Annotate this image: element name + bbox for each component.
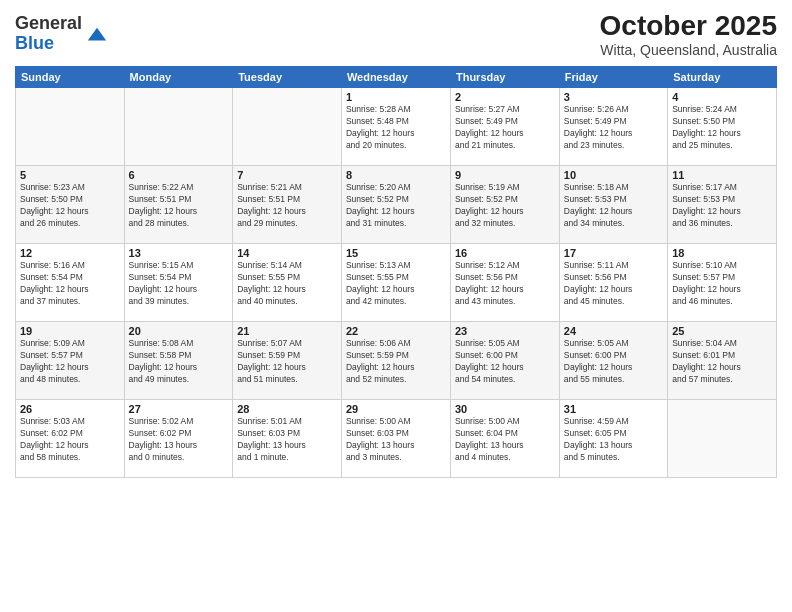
day-number: 23 <box>455 325 555 337</box>
day-info: Sunrise: 5:11 AM Sunset: 5:56 PM Dayligh… <box>564 260 663 308</box>
calendar-cell: 7Sunrise: 5:21 AM Sunset: 5:51 PM Daylig… <box>233 166 342 244</box>
day-info: Sunrise: 5:03 AM Sunset: 6:02 PM Dayligh… <box>20 416 120 464</box>
calendar-cell: 24Sunrise: 5:05 AM Sunset: 6:00 PM Dayli… <box>559 322 667 400</box>
day-info: Sunrise: 5:05 AM Sunset: 6:00 PM Dayligh… <box>455 338 555 386</box>
day-number: 27 <box>129 403 229 415</box>
calendar-cell <box>124 88 233 166</box>
calendar-cell: 9Sunrise: 5:19 AM Sunset: 5:52 PM Daylig… <box>450 166 559 244</box>
day-info: Sunrise: 5:15 AM Sunset: 5:54 PM Dayligh… <box>129 260 229 308</box>
calendar-cell: 27Sunrise: 5:02 AM Sunset: 6:02 PM Dayli… <box>124 400 233 478</box>
calendar-cell: 29Sunrise: 5:00 AM Sunset: 6:03 PM Dayli… <box>341 400 450 478</box>
weekday-header: Monday <box>124 67 233 88</box>
day-number: 20 <box>129 325 229 337</box>
calendar-cell: 2Sunrise: 5:27 AM Sunset: 5:49 PM Daylig… <box>450 88 559 166</box>
day-info: Sunrise: 5:08 AM Sunset: 5:58 PM Dayligh… <box>129 338 229 386</box>
calendar-cell <box>668 400 777 478</box>
day-number: 28 <box>237 403 337 415</box>
day-number: 22 <box>346 325 446 337</box>
calendar-cell <box>233 88 342 166</box>
calendar-cell: 26Sunrise: 5:03 AM Sunset: 6:02 PM Dayli… <box>16 400 125 478</box>
logo-text: General Blue <box>15 14 82 54</box>
day-number: 2 <box>455 91 555 103</box>
day-number: 6 <box>129 169 229 181</box>
day-info: Sunrise: 5:27 AM Sunset: 5:49 PM Dayligh… <box>455 104 555 152</box>
calendar-cell: 18Sunrise: 5:10 AM Sunset: 5:57 PM Dayli… <box>668 244 777 322</box>
calendar-week-row: 5Sunrise: 5:23 AM Sunset: 5:50 PM Daylig… <box>16 166 777 244</box>
calendar-cell <box>16 88 125 166</box>
day-number: 16 <box>455 247 555 259</box>
calendar-week-row: 12Sunrise: 5:16 AM Sunset: 5:54 PM Dayli… <box>16 244 777 322</box>
day-number: 11 <box>672 169 772 181</box>
day-number: 18 <box>672 247 772 259</box>
calendar-cell: 15Sunrise: 5:13 AM Sunset: 5:55 PM Dayli… <box>341 244 450 322</box>
calendar-cell: 16Sunrise: 5:12 AM Sunset: 5:56 PM Dayli… <box>450 244 559 322</box>
calendar-cell: 20Sunrise: 5:08 AM Sunset: 5:58 PM Dayli… <box>124 322 233 400</box>
weekday-header: Tuesday <box>233 67 342 88</box>
day-number: 12 <box>20 247 120 259</box>
calendar-cell: 3Sunrise: 5:26 AM Sunset: 5:49 PM Daylig… <box>559 88 667 166</box>
calendar-cell: 28Sunrise: 5:01 AM Sunset: 6:03 PM Dayli… <box>233 400 342 478</box>
day-info: Sunrise: 5:18 AM Sunset: 5:53 PM Dayligh… <box>564 182 663 230</box>
page-subtitle: Witta, Queensland, Australia <box>600 42 777 58</box>
calendar-page: General Blue October 2025 Witta, Queensl… <box>0 0 792 612</box>
day-info: Sunrise: 5:16 AM Sunset: 5:54 PM Dayligh… <box>20 260 120 308</box>
day-info: Sunrise: 5:02 AM Sunset: 6:02 PM Dayligh… <box>129 416 229 464</box>
calendar-cell: 12Sunrise: 5:16 AM Sunset: 5:54 PM Dayli… <box>16 244 125 322</box>
calendar-cell: 17Sunrise: 5:11 AM Sunset: 5:56 PM Dayli… <box>559 244 667 322</box>
day-number: 26 <box>20 403 120 415</box>
weekday-header: Thursday <box>450 67 559 88</box>
calendar-cell: 23Sunrise: 5:05 AM Sunset: 6:00 PM Dayli… <box>450 322 559 400</box>
calendar-cell: 19Sunrise: 5:09 AM Sunset: 5:57 PM Dayli… <box>16 322 125 400</box>
calendar-cell: 25Sunrise: 5:04 AM Sunset: 6:01 PM Dayli… <box>668 322 777 400</box>
day-number: 19 <box>20 325 120 337</box>
calendar-cell: 14Sunrise: 5:14 AM Sunset: 5:55 PM Dayli… <box>233 244 342 322</box>
day-number: 21 <box>237 325 337 337</box>
day-number: 24 <box>564 325 663 337</box>
calendar-cell: 11Sunrise: 5:17 AM Sunset: 5:53 PM Dayli… <box>668 166 777 244</box>
day-info: Sunrise: 5:13 AM Sunset: 5:55 PM Dayligh… <box>346 260 446 308</box>
logo: General Blue <box>15 14 108 54</box>
day-number: 29 <box>346 403 446 415</box>
day-number: 14 <box>237 247 337 259</box>
day-info: Sunrise: 5:20 AM Sunset: 5:52 PM Dayligh… <box>346 182 446 230</box>
day-info: Sunrise: 5:04 AM Sunset: 6:01 PM Dayligh… <box>672 338 772 386</box>
day-info: Sunrise: 5:01 AM Sunset: 6:03 PM Dayligh… <box>237 416 337 464</box>
day-number: 3 <box>564 91 663 103</box>
day-number: 8 <box>346 169 446 181</box>
day-info: Sunrise: 5:10 AM Sunset: 5:57 PM Dayligh… <box>672 260 772 308</box>
title-block: October 2025 Witta, Queensland, Australi… <box>600 10 777 58</box>
weekday-header: Sunday <box>16 67 125 88</box>
calendar-week-row: 26Sunrise: 5:03 AM Sunset: 6:02 PM Dayli… <box>16 400 777 478</box>
day-info: Sunrise: 5:06 AM Sunset: 5:59 PM Dayligh… <box>346 338 446 386</box>
day-info: Sunrise: 5:14 AM Sunset: 5:55 PM Dayligh… <box>237 260 337 308</box>
calendar-cell: 21Sunrise: 5:07 AM Sunset: 5:59 PM Dayli… <box>233 322 342 400</box>
day-info: Sunrise: 5:21 AM Sunset: 5:51 PM Dayligh… <box>237 182 337 230</box>
calendar-cell: 5Sunrise: 5:23 AM Sunset: 5:50 PM Daylig… <box>16 166 125 244</box>
calendar-cell: 31Sunrise: 4:59 AM Sunset: 6:05 PM Dayli… <box>559 400 667 478</box>
day-info: Sunrise: 5:23 AM Sunset: 5:50 PM Dayligh… <box>20 182 120 230</box>
day-info: Sunrise: 4:59 AM Sunset: 6:05 PM Dayligh… <box>564 416 663 464</box>
calendar-cell: 1Sunrise: 5:28 AM Sunset: 5:48 PM Daylig… <box>341 88 450 166</box>
day-info: Sunrise: 5:22 AM Sunset: 5:51 PM Dayligh… <box>129 182 229 230</box>
day-number: 7 <box>237 169 337 181</box>
day-info: Sunrise: 5:28 AM Sunset: 5:48 PM Dayligh… <box>346 104 446 152</box>
calendar-cell: 30Sunrise: 5:00 AM Sunset: 6:04 PM Dayli… <box>450 400 559 478</box>
day-number: 13 <box>129 247 229 259</box>
calendar-week-row: 1Sunrise: 5:28 AM Sunset: 5:48 PM Daylig… <box>16 88 777 166</box>
day-number: 4 <box>672 91 772 103</box>
calendar-cell: 8Sunrise: 5:20 AM Sunset: 5:52 PM Daylig… <box>341 166 450 244</box>
weekday-header: Wednesday <box>341 67 450 88</box>
day-info: Sunrise: 5:26 AM Sunset: 5:49 PM Dayligh… <box>564 104 663 152</box>
day-info: Sunrise: 5:12 AM Sunset: 5:56 PM Dayligh… <box>455 260 555 308</box>
day-info: Sunrise: 5:19 AM Sunset: 5:52 PM Dayligh… <box>455 182 555 230</box>
day-info: Sunrise: 5:05 AM Sunset: 6:00 PM Dayligh… <box>564 338 663 386</box>
day-info: Sunrise: 5:00 AM Sunset: 6:03 PM Dayligh… <box>346 416 446 464</box>
weekday-header: Friday <box>559 67 667 88</box>
day-info: Sunrise: 5:00 AM Sunset: 6:04 PM Dayligh… <box>455 416 555 464</box>
calendar-week-row: 19Sunrise: 5:09 AM Sunset: 5:57 PM Dayli… <box>16 322 777 400</box>
calendar-cell: 10Sunrise: 5:18 AM Sunset: 5:53 PM Dayli… <box>559 166 667 244</box>
day-number: 17 <box>564 247 663 259</box>
day-number: 15 <box>346 247 446 259</box>
day-number: 9 <box>455 169 555 181</box>
logo-blue: Blue <box>15 34 82 54</box>
